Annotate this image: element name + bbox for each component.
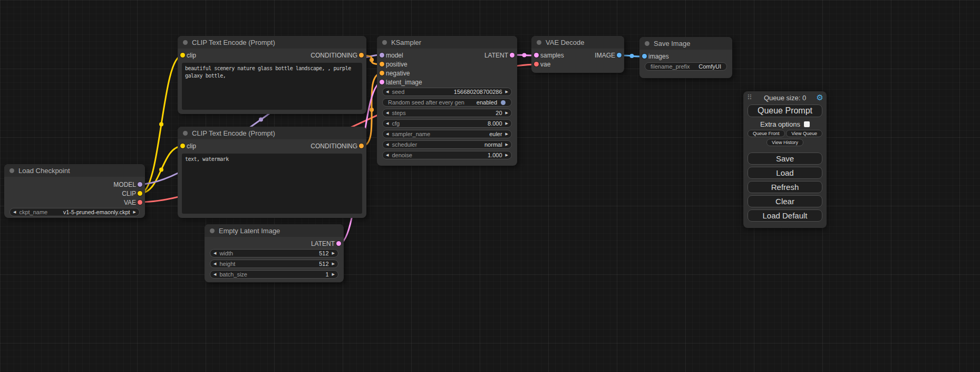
clear-button[interactable]: Clear <box>748 195 822 207</box>
widget-seed[interactable]: ◀ seed 156680208700286 ▶ <box>382 88 512 96</box>
input-slot-clip[interactable] <box>180 53 185 58</box>
widget-label: ckpt_name <box>19 209 47 215</box>
decrement-arrow-icon[interactable]: ◀ <box>210 262 219 266</box>
node-title-bar[interactable]: Save Image <box>639 37 732 50</box>
widget-steps[interactable]: ◀ steps 20 ▶ <box>382 109 512 117</box>
output-slot-model[interactable] <box>138 182 142 187</box>
collapse-icon[interactable] <box>183 40 188 45</box>
increment-arrow-icon[interactable]: ▶ <box>502 153 511 157</box>
input-slot-latent-image[interactable] <box>380 80 384 84</box>
wire-midpoint-dot <box>522 53 527 58</box>
node-title: VAE Decode <box>546 39 584 46</box>
input-slot-clip[interactable] <box>180 144 185 148</box>
node-load-checkpoint[interactable]: Load Checkpoint MODEL CLIP VAE ◀ ckpt_na… <box>4 164 145 218</box>
decrement-arrow-icon[interactable]: ◀ <box>383 142 392 147</box>
node-title-bar[interactable]: Empty Latent Image <box>205 224 344 237</box>
queue-front-button[interactable]: Queue Front <box>748 130 785 137</box>
input-slot-model[interactable] <box>380 53 384 58</box>
widget-denoise[interactable]: ◀ denoise 1.000 ▶ <box>382 151 512 159</box>
collapse-icon[interactable] <box>537 40 541 45</box>
view-queue-button[interactable]: View Queue <box>786 130 822 137</box>
output-slot-latent[interactable] <box>510 53 515 58</box>
output-slot-latent[interactable] <box>336 241 341 246</box>
output-slot-image[interactable] <box>617 53 622 58</box>
node-clip-text-encode-negative[interactable]: CLIP Text Encode (Prompt) clip CONDITION… <box>178 127 366 218</box>
node-vae-decode[interactable]: VAE Decode samples IMAGE vae <box>531 36 624 73</box>
collapse-icon[interactable] <box>183 131 188 136</box>
input-slot-negative[interactable] <box>380 71 384 75</box>
collapse-icon[interactable] <box>9 168 14 173</box>
widget-cfg[interactable]: ◀ cfg 8.000 ▶ <box>382 119 512 128</box>
widget-label: cfg <box>392 120 400 127</box>
node-save-image[interactable]: Save Image images filename_prefix ComfyU… <box>639 37 732 78</box>
decrement-arrow-icon[interactable]: ◀ <box>383 132 392 136</box>
input-label-clip: clip <box>187 52 196 59</box>
output-slot-vae[interactable] <box>138 200 142 205</box>
increment-arrow-icon[interactable]: ▶ <box>502 132 511 136</box>
drag-handle-icon[interactable]: ⠿ <box>747 93 752 101</box>
output-slot-clip[interactable] <box>138 191 142 196</box>
widget-ckpt-name[interactable]: ◀ ckpt_name v1-5-pruned-emaonly.ckpt ▶ <box>9 208 140 216</box>
queue-prompt-button[interactable]: Queue Prompt <box>748 104 822 117</box>
collapse-icon[interactable] <box>382 40 387 45</box>
widget-label: seed <box>392 89 404 95</box>
widget-value: 156680208700286 <box>454 89 502 95</box>
input-slot-positive[interactable] <box>380 62 384 66</box>
node-title-bar[interactable]: Load Checkpoint <box>4 164 145 177</box>
queue-panel: ⠿ Queue size: 0 ⚙ Queue Prompt Extra opt… <box>743 91 827 228</box>
widget-batch-size[interactable]: ◀ batch_size 1 ▶ <box>210 270 338 279</box>
decrement-arrow-icon[interactable]: ◀ <box>383 153 392 157</box>
increment-arrow-icon[interactable]: ▶ <box>130 210 139 214</box>
load-button[interactable]: Load <box>748 167 822 179</box>
settings-gear-icon[interactable]: ⚙ <box>817 93 823 102</box>
node-title-bar[interactable]: CLIP Text Encode (Prompt) <box>178 127 366 139</box>
collapse-icon[interactable] <box>210 228 215 233</box>
output-slot-conditioning[interactable] <box>359 144 364 148</box>
refresh-button[interactable]: Refresh <box>748 181 822 193</box>
input-slot-images[interactable] <box>642 54 647 59</box>
widget-width[interactable]: ◀ width 512 ▶ <box>210 249 338 257</box>
input-label-latent-image: latent_image <box>386 79 422 86</box>
decrement-arrow-icon[interactable]: ◀ <box>210 272 219 276</box>
prompt-textarea[interactable]: text, watermark <box>182 154 362 214</box>
extra-options-checkbox[interactable] <box>804 121 810 127</box>
graph-canvas[interactable]: Load Checkpoint MODEL CLIP VAE ◀ ckpt_na… <box>0 0 980 372</box>
increment-arrow-icon[interactable]: ▶ <box>329 262 338 266</box>
output-label-conditioning: CONDITIONING <box>311 52 357 59</box>
widget-random-seed-toggle[interactable]: Random seed after every gen enabled <box>382 98 512 107</box>
input-slot-vae[interactable] <box>534 62 539 66</box>
load-default-button[interactable]: Load Default <box>748 209 822 222</box>
node-title-bar[interactable]: CLIP Text Encode (Prompt) <box>178 36 366 49</box>
decrement-arrow-icon[interactable]: ◀ <box>383 121 392 126</box>
output-slot-conditioning[interactable] <box>359 53 364 58</box>
node-title-bar[interactable]: KSampler <box>377 36 517 49</box>
prompt-textarea[interactable]: beautiful scenery nature glass bottle la… <box>182 63 362 110</box>
toggle-indicator-icon[interactable] <box>501 100 506 105</box>
widget-value: 1.000 <box>488 152 502 158</box>
increment-arrow-icon[interactable]: ▶ <box>502 90 511 94</box>
collapse-icon[interactable] <box>645 41 649 46</box>
decrement-arrow-icon[interactable]: ◀ <box>10 210 19 214</box>
increment-arrow-icon[interactable]: ▶ <box>502 111 511 115</box>
decrement-arrow-icon[interactable]: ◀ <box>383 111 392 115</box>
widget-height[interactable]: ◀ height 512 ▶ <box>210 260 338 268</box>
increment-arrow-icon[interactable]: ▶ <box>329 272 338 276</box>
widget-sampler-name[interactable]: ◀ sampler_name euler ▶ <box>382 130 512 138</box>
input-slot-samples[interactable] <box>534 53 539 58</box>
node-ksampler[interactable]: KSampler model LATENT positive negative … <box>377 36 517 166</box>
widget-filename-prefix[interactable]: filename_prefix ComfyUI <box>645 62 727 71</box>
decrement-arrow-icon[interactable]: ◀ <box>210 251 219 255</box>
save-button[interactable]: Save <box>748 152 822 165</box>
increment-arrow-icon[interactable]: ▶ <box>329 251 338 255</box>
widget-label: denoise <box>392 152 412 158</box>
increment-arrow-icon[interactable]: ▶ <box>502 142 511 147</box>
node-empty-latent-image[interactable]: Empty Latent Image LATENT ◀ width 512 ▶ … <box>205 224 344 282</box>
view-history-button[interactable]: View History <box>766 139 803 146</box>
wire-midpoint-dot <box>259 118 263 122</box>
node-clip-text-encode-positive[interactable]: CLIP Text Encode (Prompt) clip CONDITION… <box>178 36 366 114</box>
increment-arrow-icon[interactable]: ▶ <box>502 121 511 126</box>
node-title-bar[interactable]: VAE Decode <box>531 36 624 49</box>
input-label-samples: samples <box>540 52 564 59</box>
widget-scheduler[interactable]: ◀ scheduler normal ▶ <box>382 140 512 149</box>
decrement-arrow-icon[interactable]: ◀ <box>383 90 392 94</box>
